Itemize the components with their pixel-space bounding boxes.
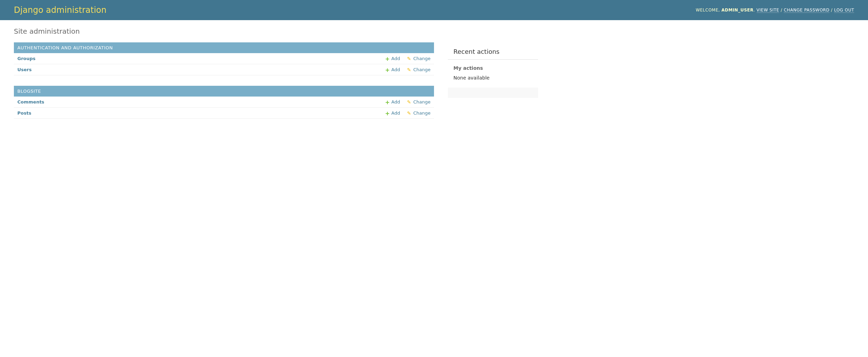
change-link-groups[interactable]: Change [407,56,431,61]
model-row-groups: Groups Add Change [14,53,434,64]
change-link-comments[interactable]: Change [407,99,431,105]
add-link-comments[interactable]: Add [385,99,400,105]
model-add-cell: Add [382,97,403,108]
recent-actions-title: Recent actions [448,42,538,60]
content-main: Authentication and Authorization Groups … [14,42,434,129]
model-change-cell: Change [403,53,434,64]
recent-actions-empty: None available [448,71,538,88]
content-related: Recent actions My actions None available [448,42,538,98]
model-name-cell: Comments [14,97,382,108]
site-title-heading: Django administration [14,5,107,15]
app-module-blogsite: Blogsite Comments Add Change [14,86,434,119]
model-change-cell: Change [403,64,434,75]
model-name-cell: Groups [14,53,382,64]
model-add-cell: Add [382,64,403,75]
add-link-groups[interactable]: Add [385,56,400,61]
model-change-cell: Change [403,108,434,119]
model-row-comments: Comments Add Change [14,97,434,108]
add-link-posts[interactable]: Add [385,110,400,116]
content: Site administration Authentication and A… [0,20,868,136]
app-caption-auth: Authentication and Authorization [14,42,434,53]
user-tools: Welcome, ADMIN_USER. View site / Change … [696,8,854,13]
app-table-blogsite: Blogsite Comments Add Change [14,86,434,119]
model-add-cell: Add [382,53,403,64]
model-row-users: Users Add Change [14,64,434,75]
separator-slash: / [779,8,784,13]
branding: Django administration [14,5,107,15]
app-caption-link-blogsite[interactable]: Blogsite [17,89,41,94]
model-link-groups[interactable]: Groups [17,56,35,61]
model-add-cell: Add [382,108,403,119]
header: Django administration Welcome, ADMIN_USE… [0,0,868,20]
username: ADMIN_USER [721,8,754,13]
model-row-posts: Posts Add Change [14,108,434,119]
site-title-link[interactable]: Django administration [14,5,107,15]
model-link-posts[interactable]: Posts [17,110,31,116]
page-title: Site administration [14,27,854,35]
welcome-prefix: Welcome, [696,8,721,13]
recent-actions-module: Recent actions My actions None available [448,42,538,88]
app-caption-blogsite: Blogsite [14,86,434,97]
change-password-link[interactable]: Change password [784,8,829,13]
model-name-cell: Users [14,64,382,75]
app-module-auth: Authentication and Authorization Groups … [14,42,434,75]
model-change-cell: Change [403,97,434,108]
change-link-users[interactable]: Change [407,67,431,72]
model-name-cell: Posts [14,108,382,119]
app-caption-link-auth[interactable]: Authentication and Authorization [17,45,113,50]
separator-slash: / [829,8,834,13]
view-site-link[interactable]: View site [757,8,780,13]
change-link-posts[interactable]: Change [407,110,431,116]
add-link-users[interactable]: Add [385,67,400,72]
app-table-auth: Authentication and Authorization Groups … [14,42,434,75]
model-link-users[interactable]: Users [17,67,32,72]
model-link-comments[interactable]: Comments [17,99,44,105]
separator-dot: . [754,8,757,13]
recent-actions-subtitle: My actions [448,60,538,71]
logout-link[interactable]: Log out [834,8,854,13]
